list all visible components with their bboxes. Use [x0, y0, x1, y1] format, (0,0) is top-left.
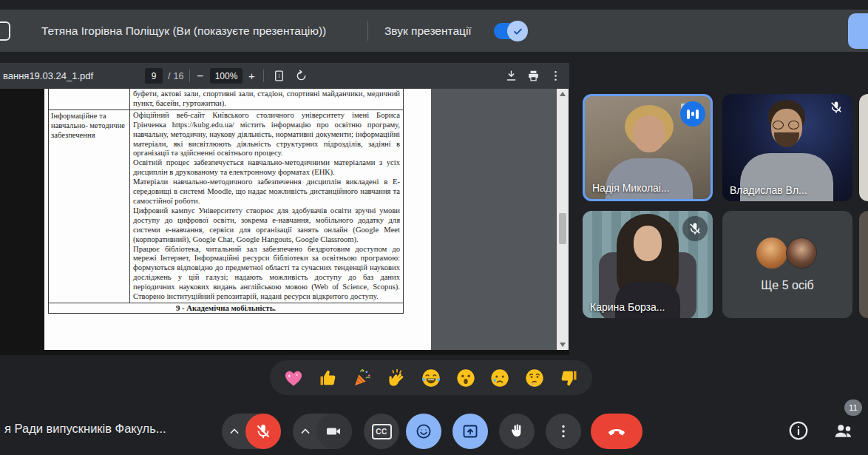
doc-paragraph: Офіційний веб-сайт Київського столичного… — [133, 111, 400, 159]
page-total-label: / 16 — [168, 63, 183, 89]
more-options-button[interactable] — [546, 414, 581, 449]
video-tile-karyna[interactable]: Карина Борза... — [583, 211, 713, 318]
mic-muted-icon — [254, 422, 272, 440]
people-icon — [832, 419, 855, 442]
rotate-icon — [294, 69, 308, 83]
scrollbar-thumb[interactable] — [559, 213, 566, 244]
page-total: 16 — [173, 71, 183, 81]
reaction-thumbs-up-button[interactable] — [317, 367, 339, 389]
pdf-scrollbar[interactable] — [557, 89, 569, 350]
banner-divider — [367, 21, 368, 41]
toolbar-separator — [263, 70, 264, 82]
camera-toggle-button[interactable] — [316, 414, 352, 449]
captions-icon: CC — [372, 424, 392, 439]
avatar — [756, 237, 787, 269]
table-cell-text: буфети, актові зали, спортивні зали, ста… — [130, 89, 403, 109]
pdf-filename: вання19.03.24_1.pdf — [3, 63, 93, 89]
camera-icon — [325, 422, 343, 440]
reaction-party-popper-button[interactable] — [351, 367, 373, 389]
present-screen-icon — [461, 422, 479, 440]
surprised-face-icon — [455, 368, 476, 388]
presentation-audio-toggle[interactable] — [494, 23, 523, 39]
kebab-menu-icon — [555, 422, 572, 440]
more-participants-label: Ще 5 осіб — [722, 279, 852, 292]
pdf-viewer-background — [431, 89, 557, 350]
reaction-clapping-hands-button[interactable] — [386, 367, 408, 389]
participant-count-badge: 11 — [844, 400, 862, 416]
meeting-title: я Ради випускників Факуль... — [4, 422, 203, 436]
thumbs-up-icon — [318, 368, 339, 388]
reaction-sparkling-heart-button[interactable] — [282, 367, 305, 389]
rotate-button[interactable] — [294, 69, 308, 83]
reaction-tears-of-joy-button[interactable] — [420, 367, 442, 389]
reactions-toggle-button[interactable] — [406, 414, 441, 449]
info-icon — [787, 419, 810, 442]
presentation-banner: Тетяна Ігорівна Поліщук (Ви (показуєте п… — [0, 10, 868, 52]
print-button[interactable] — [526, 69, 540, 83]
zoom-level-input[interactable]: 100% — [210, 68, 243, 84]
present-screen-button[interactable] — [452, 414, 488, 449]
reaction-thinking-button[interactable] — [523, 367, 546, 389]
captions-button[interactable]: CC — [364, 414, 399, 449]
camera-button-group — [293, 414, 352, 449]
reaction-thumbs-down-button[interactable] — [557, 367, 580, 389]
phone-hangup-icon — [606, 421, 627, 442]
document-section-heading: 9 - Академічна мобільність. — [49, 303, 403, 313]
face-with-tears-of-joy-icon — [421, 368, 441, 388]
raise-hand-button[interactable] — [499, 414, 535, 449]
chevron-up-icon — [298, 424, 313, 439]
zoom-out-button[interactable]: − — [197, 63, 203, 89]
reaction-surprised-button[interactable] — [455, 367, 477, 389]
check-icon — [512, 26, 523, 37]
video-tile-nadiia[interactable]: Надія Миколаі... — [583, 94, 713, 201]
scroll-up-icon[interactable] — [560, 92, 566, 96]
party-popper-icon — [352, 368, 373, 388]
crying-face-icon — [489, 368, 510, 388]
pdf-more-button[interactable] — [549, 69, 563, 83]
table-cell-label — [49, 89, 130, 109]
partial-video-tile — [859, 211, 868, 318]
reaction-crying-button[interactable] — [489, 367, 511, 389]
person-video — [634, 226, 662, 261]
download-icon — [504, 69, 518, 83]
camera-options-chevron[interactable] — [298, 424, 313, 439]
present-screen-icon — [0, 21, 10, 41]
participants-panel-button[interactable] — [831, 419, 856, 443]
table-cell-text: Офіційний веб-сайт Київського столичного… — [130, 110, 403, 303]
kebab-menu-icon — [549, 69, 563, 83]
mic-muted-icon — [829, 100, 845, 116]
reactions-bar — [270, 360, 592, 395]
person-video — [773, 121, 784, 129]
page-separator: / — [168, 71, 170, 81]
mic-options-chevron[interactable] — [227, 424, 242, 439]
avatar — [786, 237, 817, 269]
chevron-up-icon — [227, 424, 242, 439]
person-video — [606, 158, 693, 201]
doc-paragraph: Освітній процес забезпечується навчально… — [133, 158, 400, 178]
zoom-in-button[interactable]: + — [248, 63, 255, 89]
participant-name: Владислав Вл... — [730, 184, 807, 196]
end-call-button[interactable] — [591, 414, 642, 449]
toolbar-separator — [189, 70, 190, 82]
mic-mute-button[interactable] — [245, 414, 281, 449]
clapping-hands-icon — [387, 368, 407, 388]
print-icon — [526, 69, 540, 83]
stop-presenting-button-partial[interactable] — [848, 13, 868, 49]
fit-page-button[interactable] — [272, 69, 286, 83]
video-tile-vladyslav[interactable]: Владислав Вл... — [722, 94, 852, 201]
overflow-participants-tile[interactable]: Ще 5 осіб — [722, 211, 852, 318]
table-cell-label: Інформаційне та навчально- методичне заб… — [49, 110, 130, 303]
pdf-content-area: буфети, актові зали, спортивні зали, ста… — [0, 89, 569, 355]
page-number-input[interactable]: 9 — [145, 68, 163, 84]
fit-page-icon — [272, 69, 286, 83]
person-video — [774, 132, 799, 147]
mic-button-group — [222, 414, 281, 449]
meeting-info-button[interactable] — [787, 419, 810, 443]
smiley-icon — [415, 422, 433, 440]
pdf-toolbar: вання19.03.24_1.pdf 9 / 16 − 100% + — [0, 63, 569, 89]
doc-paragraph: Цифровий кампус Університету створює для… — [133, 206, 400, 245]
scroll-down-icon[interactable] — [560, 343, 566, 347]
download-button[interactable] — [504, 69, 518, 83]
mic-muted-icon — [682, 216, 708, 241]
person-video — [788, 121, 799, 129]
